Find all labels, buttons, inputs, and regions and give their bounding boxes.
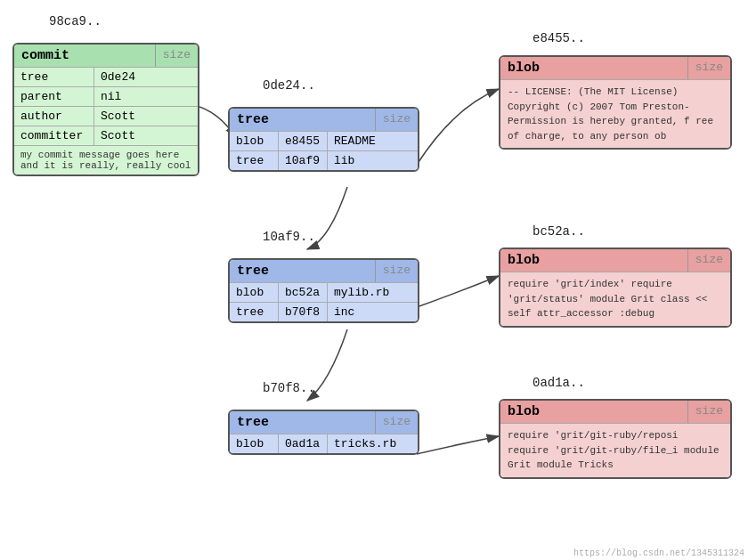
blob1-header: blob size bbox=[500, 57, 730, 79]
tree2-row-1: tree b70f8 inc bbox=[230, 302, 418, 321]
tree1-row-1-hash: 10af9 bbox=[279, 151, 328, 170]
blob1-hash-label: e8455.. bbox=[533, 31, 585, 45]
tree1-box: tree size blob e8455 README tree 10af9 l… bbox=[228, 107, 419, 172]
tree1-row-1: tree 10af9 lib bbox=[230, 150, 418, 170]
tree2-row-1-hash: b70f8 bbox=[279, 303, 328, 321]
commit-row-author-value: Scott bbox=[94, 107, 142, 126]
commit-row-tree-key: tree bbox=[14, 68, 94, 86]
commit-row-author-key: author bbox=[14, 107, 94, 126]
blob2-content: require 'grit/index' require 'grit/statu… bbox=[500, 272, 730, 326]
tree1-row-0-hash: e8455 bbox=[279, 132, 328, 150]
tree3-hash-label: b70f8.. bbox=[263, 381, 315, 395]
tree3-size: size bbox=[376, 411, 418, 434]
tree1-size: size bbox=[376, 109, 418, 131]
blob3-content: require 'grit/git-ruby/reposi require 'g… bbox=[500, 423, 730, 477]
commit-row-parent-value: nil bbox=[94, 87, 127, 106]
commit-row-committer-value: Scott bbox=[94, 126, 142, 145]
tree2-hash-label: 10af9.. bbox=[263, 230, 315, 244]
tree2-row-0: blob bc52a mylib.rb bbox=[230, 282, 418, 302]
commit-row-parent: parent nil bbox=[14, 86, 198, 106]
commit-row-tree: tree 0de24 bbox=[14, 67, 198, 86]
blob1-content: -- LICENSE: (The MIT License) Copyright … bbox=[500, 79, 730, 148]
tree1-row-0-name: README bbox=[328, 132, 382, 150]
tree1-row-1-name: lib bbox=[328, 151, 361, 170]
commit-box: commit size tree 0de24 parent nil author… bbox=[12, 43, 199, 176]
tree2-size: size bbox=[376, 260, 418, 282]
tree3-row-0: blob 0ad1a tricks.rb bbox=[230, 434, 418, 453]
tree1-row-0-type: blob bbox=[230, 132, 279, 150]
commit-title: commit bbox=[14, 45, 156, 67]
blob3-box: blob size require 'grit/git-ruby/reposi … bbox=[499, 399, 732, 479]
tree1-title: tree bbox=[230, 109, 376, 131]
tree1-hash-label: 0de24.. bbox=[263, 78, 315, 93]
commit-header: commit size bbox=[14, 45, 198, 67]
blob3-hash-label: 0ad1a.. bbox=[533, 376, 585, 390]
tree1-header: tree size bbox=[230, 109, 418, 131]
blob3-header: blob size bbox=[500, 401, 730, 423]
tree3-header: tree size bbox=[230, 411, 418, 434]
tree3-row-0-type: blob bbox=[230, 434, 279, 453]
tree2-title: tree bbox=[230, 260, 376, 282]
blob2-size: size bbox=[688, 249, 730, 272]
tree2-box: tree size blob bc52a mylib.rb tree b70f8… bbox=[228, 258, 419, 323]
commit-row-committer: committer Scott bbox=[14, 126, 198, 145]
blob1-box: blob size -- LICENSE: (The MIT License) … bbox=[499, 55, 732, 150]
tree2-row-0-type: blob bbox=[230, 283, 279, 302]
commit-size: size bbox=[156, 45, 198, 67]
blob1-size: size bbox=[688, 57, 730, 79]
commit-row-author: author Scott bbox=[14, 106, 198, 126]
tree2-row-0-hash: bc52a bbox=[279, 283, 328, 302]
blob2-title: blob bbox=[500, 249, 688, 272]
commit-hash-label: 98ca9.. bbox=[49, 14, 102, 28]
tree1-row-1-type: tree bbox=[230, 151, 279, 170]
commit-row-tree-value: 0de24 bbox=[94, 68, 142, 86]
commit-row-parent-key: parent bbox=[14, 87, 94, 106]
tree3-title: tree bbox=[230, 411, 376, 434]
commit-message: my commit message goes here and it is re… bbox=[14, 145, 198, 174]
blob2-header: blob size bbox=[500, 249, 730, 272]
blob3-size: size bbox=[688, 401, 730, 423]
tree3-row-0-hash: 0ad1a bbox=[279, 434, 328, 453]
tree1-row-0: blob e8455 README bbox=[230, 131, 418, 150]
tree3-box: tree size blob 0ad1a tricks.rb bbox=[228, 410, 419, 455]
tree2-row-1-type: tree bbox=[230, 303, 279, 321]
blob2-box: blob size require 'grit/index' require '… bbox=[499, 248, 732, 328]
tree2-header: tree size bbox=[230, 260, 418, 282]
tree2-row-0-name: mylib.rb bbox=[328, 283, 395, 302]
watermark: https://blog.csdn.net/1345311324 bbox=[573, 548, 744, 558]
tree3-row-0-name: tricks.rb bbox=[328, 434, 402, 453]
diagram-container: 98ca9.. commit size tree 0de24 parent ni… bbox=[0, 0, 748, 560]
commit-row-committer-key: committer bbox=[14, 126, 94, 145]
blob2-hash-label: bc52a.. bbox=[533, 224, 585, 239]
blob1-title: blob bbox=[500, 57, 688, 79]
blob3-title: blob bbox=[500, 401, 688, 423]
tree2-row-1-name: inc bbox=[328, 303, 361, 321]
